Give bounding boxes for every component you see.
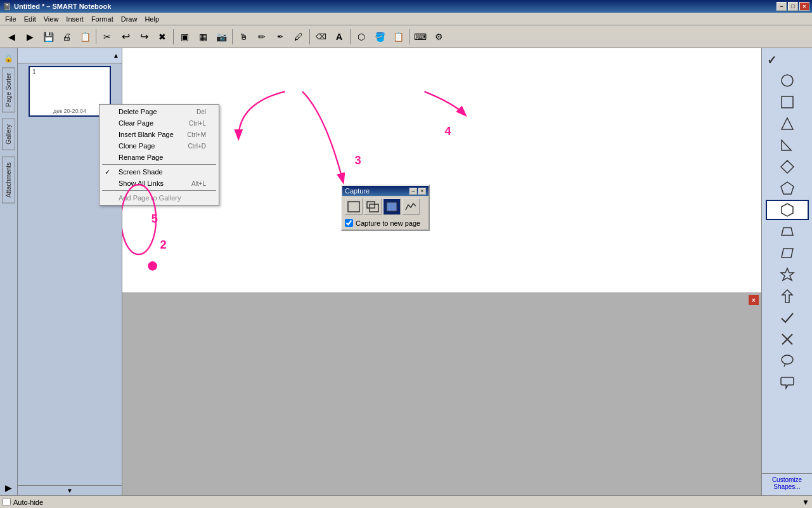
svg-text:3: 3	[355, 153, 361, 167]
main-layout: 🔒 Page Sorter Gallery Attachments ▶ ▲ 1 …	[0, 48, 812, 495]
capture-minimize-btn[interactable]: –	[409, 188, 417, 195]
ctx-screen-shade[interactable]: ✓ Screen Shade	[100, 166, 219, 178]
svg-marker-17	[782, 204, 793, 216]
btn-pen[interactable]: ✏	[253, 28, 271, 46]
shape-star[interactable]	[766, 264, 809, 285]
close-button[interactable]: ×	[799, 2, 809, 11]
shape-check[interactable]	[766, 308, 809, 328]
btn-screen[interactable]: ▣	[176, 28, 193, 46]
btn-pen2[interactable]: ✒	[271, 28, 289, 46]
window-title: Untitled * – SMART Notebook	[14, 3, 111, 10]
btn-highlighter[interactable]: 🖊	[290, 28, 307, 46]
btn-cut[interactable]: ✂	[98, 28, 116, 46]
page-number: 1	[32, 68, 36, 75]
sep3	[232, 29, 233, 44]
shape-circle[interactable]	[766, 70, 809, 91]
scroll-down-arrow[interactable]: ▼	[802, 498, 809, 507]
minimize-button[interactable]: –	[777, 2, 787, 11]
svg-rect-1	[367, 202, 375, 208]
title-bar-left: 📓 Untitled * – SMART Notebook	[3, 3, 111, 11]
btn-delete[interactable]: ✖	[153, 28, 171, 46]
ctx-clear-page[interactable]: Clear Page Ctrl+L	[100, 117, 219, 129]
sidebar-tab-attachments[interactable]: Attachments	[2, 157, 15, 204]
menu-view[interactable]: View	[40, 13, 63, 25]
svg-text:5: 5	[151, 212, 158, 225]
bottom-bar: Auto-hide ▼	[0, 495, 812, 508]
ctx-sep1	[102, 164, 216, 165]
customize-shapes-button[interactable]: Customize Shapes...	[762, 473, 812, 493]
app-icon: 📓	[3, 3, 11, 11]
capture-area-btn[interactable]	[383, 199, 401, 215]
btn-fill[interactable]: 🪣	[371, 28, 389, 46]
sidebar-tab-gallery[interactable]: Gallery	[2, 119, 15, 150]
menu-edit[interactable]: Edit	[20, 13, 40, 25]
maximize-button[interactable]: □	[788, 2, 798, 11]
menu-bar: File Edit View Insert Format Draw Help	[0, 13, 812, 25]
shape-arrow-up[interactable]	[766, 286, 809, 306]
btn-copy[interactable]: 📋	[389, 28, 407, 46]
menu-format[interactable]: Format	[87, 13, 117, 25]
btn-print[interactable]: 🖨	[58, 28, 75, 46]
title-bar-controls: – □ ×	[777, 2, 809, 11]
auto-hide-checkbox[interactable]	[3, 498, 11, 506]
btn-redo[interactable]: ↪	[135, 28, 153, 46]
svg-text:2: 2	[160, 238, 167, 251]
shape-trapezoid[interactable]	[766, 221, 809, 242]
auto-hide-label: Auto-hide	[13, 498, 43, 506]
btn-shapes[interactable]: ⬡	[352, 28, 370, 46]
btn-eraser[interactable]: ⌫	[312, 28, 330, 46]
ctx-delete-page[interactable]: Delete Page Del	[100, 106, 219, 117]
shape-parallelogram[interactable]	[766, 243, 809, 263]
ctx-clone-page[interactable]: Clone Page Ctrl+D	[100, 140, 219, 152]
capture-close-btn[interactable]: ×	[418, 188, 426, 195]
btn-save[interactable]: 💾	[39, 28, 57, 46]
page-sorter-header: ▲	[18, 48, 122, 63]
shape-square[interactable]	[766, 92, 809, 112]
ctx-add-to-gallery: Add Page to Gallery	[100, 192, 219, 204]
sidebar-tab-page-sorter[interactable]: Page Sorter	[2, 67, 15, 112]
ctx-show-all-links[interactable]: Show All Links Alt+L	[100, 178, 219, 189]
canvas-close-button[interactable]: ×	[749, 295, 759, 305]
btn-settings[interactable]: ⚙	[430, 28, 448, 46]
shape-right-triangle[interactable]	[766, 135, 809, 155]
menu-draw[interactable]: Draw	[117, 13, 141, 25]
btn-screen2[interactable]: ▦	[194, 28, 212, 46]
sidebar-icon-lock[interactable]: 🔒	[2, 51, 16, 65]
btn-forward[interactable]: ▶	[21, 28, 39, 46]
menu-insert[interactable]: Insert	[62, 13, 87, 25]
shape-hexagon[interactable]	[766, 200, 809, 220]
shapes-check-area: ✓	[762, 51, 812, 70]
svg-point-11	[782, 75, 793, 86]
capture-title-text: Capture	[345, 187, 370, 195]
title-bar: 📓 Untitled * – SMART Notebook – □ ×	[0, 0, 812, 13]
capture-full-btn[interactable]	[345, 199, 363, 215]
btn-keyboard[interactable]: ⌨	[411, 28, 429, 46]
page-sorter-panel: ▲ 1 дек 20-20:04 ▼ Delete Page Del Clear…	[18, 48, 122, 495]
menu-file[interactable]: File	[1, 13, 20, 25]
btn-capture[interactable]: 📷	[212, 28, 230, 46]
btn-paste[interactable]: 📋	[76, 28, 94, 46]
shape-x[interactable]	[766, 329, 809, 349]
shape-pentagon[interactable]	[766, 178, 809, 199]
ctx-rename-page[interactable]: Rename Page	[100, 152, 219, 163]
shape-triangle[interactable]	[766, 114, 809, 134]
svg-rect-12	[782, 96, 793, 108]
btn-back[interactable]: ◀	[3, 28, 20, 46]
auto-hide-area: Auto-hide	[3, 498, 43, 506]
menu-help[interactable]: Help	[141, 13, 163, 25]
svg-marker-18	[782, 228, 793, 235]
svg-text:4: 4	[445, 124, 452, 138]
shape-diamond[interactable]	[766, 157, 809, 177]
btn-select[interactable]: 🖱	[235, 28, 252, 46]
capture-freehand-btn[interactable]	[402, 199, 420, 215]
scroll-down-btn[interactable]: ▼	[18, 485, 122, 495]
scroll-up-btn[interactable]: ▲	[113, 52, 119, 59]
shape-speech-bubble[interactable]	[766, 372, 809, 393]
ctx-insert-blank-page[interactable]: Insert Blank Page Ctrl+M	[100, 129, 219, 140]
capture-checkbox[interactable]	[345, 219, 353, 227]
capture-region-btn[interactable]	[364, 199, 382, 215]
btn-undo[interactable]: ↩	[117, 28, 134, 46]
shape-speech-bubble-oval[interactable]	[766, 351, 809, 371]
sidebar-icon-expand[interactable]: ▶	[2, 481, 16, 495]
btn-text[interactable]: A	[330, 28, 348, 46]
